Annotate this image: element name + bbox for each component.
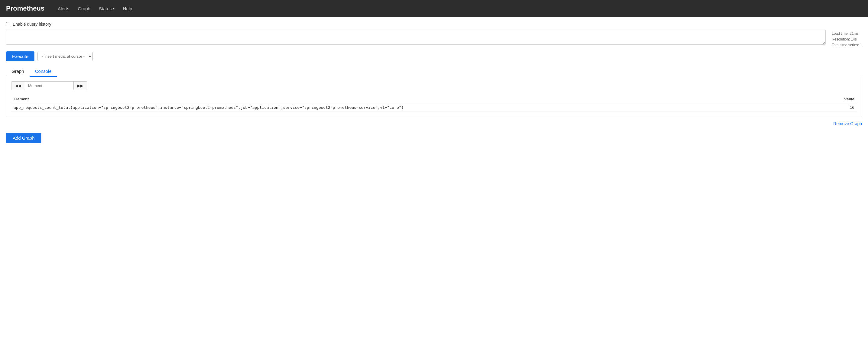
col-header-value: Value — [826, 95, 857, 104]
chevron-down-icon: ▾ — [113, 7, 115, 10]
forward-button[interactable]: ▶▶ — [73, 81, 87, 90]
tabs-row: Graph Console — [6, 66, 862, 77]
execute-button[interactable]: Execute — [6, 51, 34, 61]
col-header-element: Element — [11, 95, 826, 104]
load-time: Load time: 21ms — [832, 31, 862, 36]
nav-link-status[interactable]: Status ▾ — [95, 4, 119, 13]
insert-metric-select[interactable]: - insert metric at cursor - — [37, 52, 93, 61]
table-row: app_requests_count_total{application="sp… — [11, 103, 857, 112]
back-button[interactable]: ◀◀ — [11, 81, 25, 90]
query-meta: Load time: 21ms Resolution: 14s Total ti… — [832, 30, 862, 48]
nav-links: Alerts Graph Status ▾ Help — [54, 4, 136, 13]
remove-graph-row: Remove Graph — [6, 119, 862, 128]
resolution: Resolution: 14s — [832, 36, 862, 42]
console-table: Element Value app_requests_count_total{a… — [11, 95, 857, 112]
nav-link-help[interactable]: Help — [119, 4, 136, 13]
nav-link-alerts[interactable]: Alerts — [54, 4, 73, 13]
value-cell: 16 — [826, 103, 857, 112]
element-cell: app_requests_count_total{application="sp… — [11, 103, 826, 112]
brand-title: Prometheus — [6, 4, 44, 12]
query-textarea[interactable] — [6, 30, 826, 45]
nav-link-graph[interactable]: Graph — [74, 4, 95, 13]
main-content: Enable query history Load time: 21ms Res… — [0, 17, 868, 148]
execute-row: Execute - insert metric at cursor - — [6, 51, 862, 61]
query-row: Load time: 21ms Resolution: 14s Total ti… — [6, 30, 862, 48]
console-panel: ◀◀ ▶▶ Element Value app_requests_count_t… — [6, 77, 862, 116]
query-history-row: Enable query history — [6, 22, 862, 27]
query-history-checkbox[interactable] — [6, 22, 10, 26]
remove-graph-link[interactable]: Remove Graph — [833, 121, 862, 126]
add-graph-button[interactable]: Add Graph — [6, 133, 41, 143]
navbar: Prometheus Alerts Graph Status ▾ Help — [0, 0, 868, 17]
moment-input[interactable] — [25, 81, 73, 90]
add-graph-row: Add Graph — [6, 133, 862, 143]
total-time-series: Total time series: 1 — [832, 42, 862, 48]
console-controls: ◀◀ ▶▶ — [11, 81, 857, 90]
tab-console[interactable]: Console — [30, 66, 57, 77]
query-history-label: Enable query history — [13, 22, 51, 27]
tab-graph[interactable]: Graph — [6, 66, 30, 77]
